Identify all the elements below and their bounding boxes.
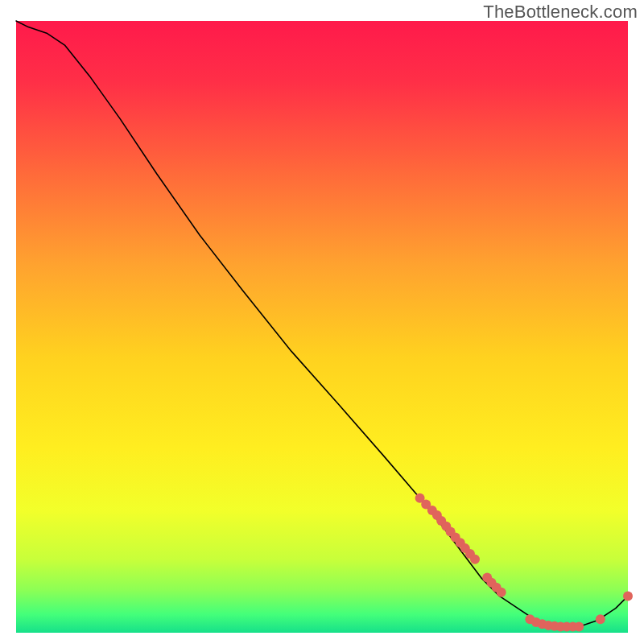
chart-background (16, 21, 628, 633)
marker-point (470, 555, 480, 564)
watermark-text: TheBottleneck.com (483, 2, 638, 23)
chart-container: TheBottleneck.com (0, 0, 644, 644)
chart-svg (0, 0, 644, 644)
marker-point (596, 614, 605, 624)
marker-point (623, 591, 633, 601)
marker-point (497, 588, 506, 597)
marker-point (574, 621, 584, 631)
